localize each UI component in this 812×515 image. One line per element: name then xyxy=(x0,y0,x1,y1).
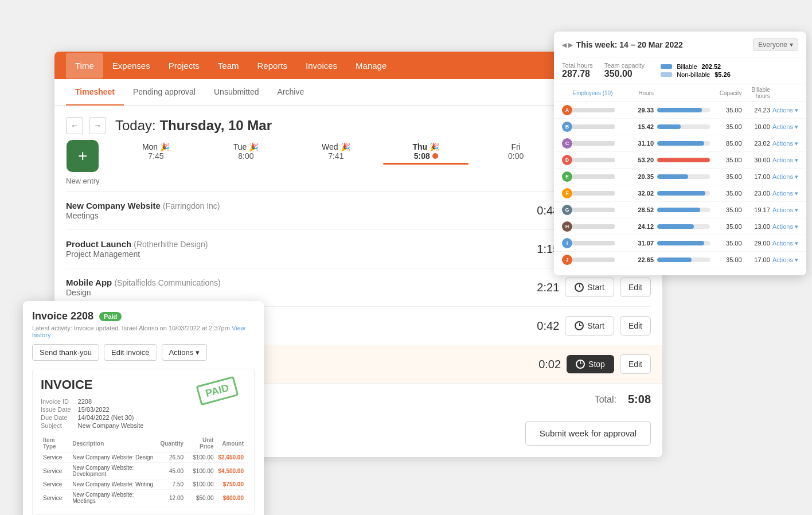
emp-hours: 53.20 xyxy=(626,157,654,163)
avatar: C xyxy=(562,138,572,149)
nav-invoices[interactable]: Invoices xyxy=(296,53,346,79)
employee-row: I 31.07 35.00 29.00 Actions ▾ xyxy=(554,235,806,252)
emp-capacity: 35.00 xyxy=(713,256,741,263)
start-button-3[interactable]: Start xyxy=(565,278,614,297)
emp-name xyxy=(572,124,625,129)
edit-invoice-button[interactable]: Edit invoice xyxy=(104,344,157,361)
day-col-fri[interactable]: Fri 0:00 xyxy=(471,140,561,185)
emp-hours: 22.65 xyxy=(626,256,654,263)
emp-actions-btn[interactable]: Actions ▾ xyxy=(770,107,798,114)
day-hours-thu: 5:08 xyxy=(414,151,438,161)
subnav-archive[interactable]: Archive xyxy=(268,79,314,106)
employee-row: A 29.33 35.00 24.23 Actions ▾ xyxy=(554,102,806,119)
nav-team[interactable]: Team xyxy=(209,53,248,79)
send-thankyou-button[interactable]: Send thank-you xyxy=(32,344,99,361)
emp-bar-fill xyxy=(657,224,694,229)
everyone-dropdown[interactable]: Everyone ▾ xyxy=(753,38,798,51)
row-amount: $4,500.00 xyxy=(216,463,246,479)
row-desc: New Company Website: Meetings xyxy=(70,490,158,506)
nav-manage[interactable]: Manage xyxy=(346,53,396,79)
invoice-title: Invoice 2208 xyxy=(32,310,93,322)
emp-actions-btn[interactable]: Actions ▾ xyxy=(770,256,798,264)
emp-actions-btn[interactable]: Actions ▾ xyxy=(770,157,798,164)
day-hours-mon: 7:45 xyxy=(148,151,163,161)
emp-bar-container xyxy=(654,224,713,229)
edit-button-4[interactable]: Edit xyxy=(620,316,651,335)
team-cap-value: 350.00 xyxy=(604,69,645,79)
entry-project-3: Mobile App xyxy=(66,278,114,287)
col-billable: Billable hours xyxy=(742,87,770,99)
emp-avatar-7: H xyxy=(562,221,572,232)
team-cap-label: Team capacity xyxy=(604,62,645,69)
employees-filter[interactable]: Employees (10) xyxy=(572,90,625,96)
row-amount: $750.00 xyxy=(216,479,246,490)
nav-projects[interactable]: Projects xyxy=(159,53,209,79)
emp-bar-fill xyxy=(657,108,702,112)
row-type: Service xyxy=(41,463,70,479)
day-hours-wed: 7:41 xyxy=(328,151,343,161)
emp-hours: 20.35 xyxy=(626,173,654,180)
emp-bar-fill xyxy=(657,141,704,146)
subnav-pending[interactable]: Pending approval xyxy=(124,79,205,106)
next-week-button[interactable]: → xyxy=(89,117,106,134)
invoice-row: Service New Company Website: Meetings 12… xyxy=(41,490,246,506)
employee-row: D 53.20 35.00 30.00 Actions ▾ xyxy=(554,152,806,169)
edit-button-3[interactable]: Edit xyxy=(620,278,651,297)
total-hours-stat: Total hours 287.78 xyxy=(562,62,593,79)
emp-hours: 24.12 xyxy=(626,223,654,230)
prev-week-button[interactable]: ← xyxy=(66,117,83,134)
emp-name xyxy=(572,141,625,146)
subnav-timesheet[interactable]: Timesheet xyxy=(66,79,124,106)
start-button-4[interactable]: Start xyxy=(565,316,614,335)
row-type: Service xyxy=(41,479,70,490)
avatar: D xyxy=(562,155,572,165)
emp-bar-fill xyxy=(657,258,692,262)
day-col-thu[interactable]: Thu 🎉 5:08 xyxy=(381,140,471,185)
day-col-tue[interactable]: Tue 🎉 8:00 xyxy=(201,140,291,185)
billable-label: Billable xyxy=(677,63,697,70)
emp-actions-btn[interactable]: Actions ▾ xyxy=(770,240,798,247)
actions-dropdown[interactable]: Actions ▾ xyxy=(162,344,208,361)
nav-expenses[interactable]: Expenses xyxy=(103,53,159,79)
invoice-panel: Invoice 2208 Paid Latest activity: Invoi… xyxy=(23,301,264,515)
day-col-wed[interactable]: Wed 🎉 7:41 xyxy=(291,140,381,185)
day-name-tue: Tue 🎉 xyxy=(233,142,259,151)
entry-client-3: (Spitalfields Communications) xyxy=(114,278,220,287)
entry-time-5: 0:02 xyxy=(526,358,561,371)
day-name-fri: Fri xyxy=(511,142,520,151)
invoice-action-buttons: Send thank-you Edit invoice Actions ▾ xyxy=(32,344,255,361)
submit-week-button[interactable]: Submit week for approval xyxy=(525,421,651,446)
day-col-mon[interactable]: Mon 🎉 7:45 xyxy=(111,140,201,185)
reports-panel: ◀ ▶ This week: 14 – 20 Mar 2022 Everyone… xyxy=(554,32,806,275)
field-label-due: Due Date xyxy=(41,414,71,421)
timer-indicator xyxy=(432,153,438,159)
day-hours-fri: 0:00 xyxy=(508,151,524,161)
col-capacity: Capacity xyxy=(713,90,741,96)
entry-type-2: Project Management xyxy=(66,249,525,259)
invoice-table: Item Type Description Quantity Unit Pric… xyxy=(41,435,246,506)
row-type: Service xyxy=(41,490,70,506)
emp-actions-btn[interactable]: Actions ▾ xyxy=(770,123,798,131)
new-entry-button[interactable]: + xyxy=(67,140,99,172)
emp-actions-btn[interactable]: Actions ▾ xyxy=(770,223,798,231)
nav-reports[interactable]: Reports xyxy=(248,53,297,79)
clock-icon-3 xyxy=(575,283,584,292)
stop-button[interactable]: Stop xyxy=(567,355,614,373)
emp-actions-btn[interactable]: Actions ▾ xyxy=(770,206,798,214)
invoice-row: Service New Company Website: Design 26.5… xyxy=(41,452,246,463)
nonbillable-label: Non-billable xyxy=(677,71,710,78)
edit-button-5[interactable]: Edit xyxy=(620,354,651,374)
emp-actions-btn[interactable]: Actions ▾ xyxy=(770,190,798,197)
entry-type-1: Meetings xyxy=(66,211,525,220)
emp-capacity: 35.00 xyxy=(713,223,741,230)
employee-list: A 29.33 35.00 24.23 Actions ▾ B 15.42 xyxy=(554,102,806,268)
subnav-unsubmitted[interactable]: Unsubmitted xyxy=(205,79,268,106)
emp-name xyxy=(572,258,625,262)
nav-time[interactable]: Time xyxy=(66,53,103,79)
stats-row: Total hours 287.78 Team capacity 350.00 … xyxy=(554,57,806,84)
emp-actions-btn[interactable]: Actions ▾ xyxy=(770,140,798,147)
emp-actions-btn[interactable]: Actions ▾ xyxy=(770,173,798,181)
entry-actions-3: 2:21 Start Edit xyxy=(525,278,651,297)
employee-row: F 32.02 35.00 23.00 Actions ▾ xyxy=(554,185,806,202)
emp-capacity: 35.00 xyxy=(713,107,741,114)
